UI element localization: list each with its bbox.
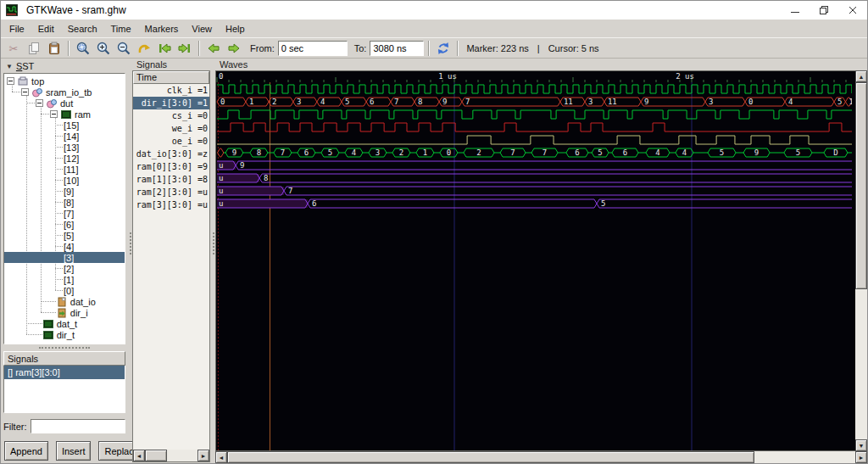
tree-item-9[interactable]: [9] bbox=[4, 186, 125, 197]
menu-view[interactable]: View bbox=[185, 21, 219, 36]
minimize-button[interactable] bbox=[781, 1, 810, 20]
signal-row-ram230[interactable]: ram[2][3:0] =u bbox=[133, 186, 209, 198]
tree-item-label: [14] bbox=[64, 131, 79, 142]
wave-value-label: 8 bbox=[257, 148, 261, 157]
reload-icon[interactable] bbox=[434, 39, 453, 58]
tree-item-dir_i[interactable]: dir_i bbox=[4, 307, 125, 318]
tree-item-15[interactable]: [15] bbox=[4, 120, 125, 131]
append-button[interactable]: Append bbox=[4, 441, 48, 461]
from-field[interactable] bbox=[278, 41, 348, 56]
menu-time[interactable]: Time bbox=[104, 21, 138, 36]
signal-row-cs_i[interactable]: cs_i =0 bbox=[133, 109, 209, 122]
fetch-left-icon[interactable] bbox=[204, 39, 223, 58]
tree-item-14[interactable]: [14] bbox=[4, 131, 125, 142]
tree-item-label: sram_io_tb bbox=[46, 87, 92, 98]
fetch-right-icon[interactable] bbox=[225, 39, 243, 58]
tree-item-6[interactable]: [6] bbox=[4, 219, 125, 230]
signal-row-dat_io30[interactable]: dat_io[3:0] =z bbox=[133, 148, 209, 160]
tree-item-4[interactable]: [4] bbox=[4, 241, 125, 252]
menu-markers[interactable]: Markers bbox=[138, 21, 186, 36]
waves-vscrollbar[interactable]: ▲ ▼ bbox=[855, 70, 867, 451]
tree-item-7[interactable]: [7] bbox=[4, 208, 125, 219]
waves-hscrollbar[interactable]: ◄ ► bbox=[215, 451, 867, 463]
tree-item-top[interactable]: top bbox=[4, 75, 125, 87]
tree-expander-icon[interactable] bbox=[7, 77, 14, 85]
signal-row-ram130[interactable]: ram[1][3:0] =8 bbox=[133, 173, 209, 186]
wave-value-label: 3 bbox=[376, 148, 380, 157]
tree-item-13[interactable]: [13] bbox=[4, 142, 125, 153]
tree-item-sram_io_tb[interactable]: sram_io_tb bbox=[4, 87, 125, 98]
tree-item-3[interactable]: [3] bbox=[4, 252, 125, 263]
tree-item-dat_t[interactable]: dat_t bbox=[4, 318, 125, 329]
tree-expander-icon[interactable] bbox=[36, 99, 43, 107]
menu-file[interactable]: File bbox=[3, 21, 31, 36]
signal-row-ram330[interactable]: ram[3][3:0] =u bbox=[133, 198, 209, 211]
wave-value-label: 0 bbox=[447, 148, 451, 157]
tree-item-label: [3] bbox=[64, 253, 74, 263]
sst-expander[interactable]: ▼ SST bbox=[3, 59, 125, 73]
signals-hscrollbar[interactable]: ◄ ► bbox=[133, 450, 209, 461]
tree-item-dir_t[interactable]: dir_t bbox=[4, 329, 125, 340]
waves-frame-label: Waves bbox=[215, 59, 867, 70]
wave-value-label: 5 bbox=[345, 98, 349, 106]
insert-button[interactable]: Insert bbox=[56, 441, 92, 461]
signal-row-dir_i30[interactable]: dir_i[3:0] =1 bbox=[133, 97, 209, 109]
shift-right-icon[interactable] bbox=[175, 39, 194, 58]
tree-item-1[interactable]: [1] bbox=[4, 274, 125, 285]
pane-resize-grip[interactable] bbox=[128, 59, 132, 463]
menu-help[interactable]: Help bbox=[219, 21, 252, 36]
signal-row-ram030[interactable]: ram[0][3:0] =9 bbox=[133, 160, 209, 173]
zoom-undo-icon[interactable] bbox=[135, 39, 153, 58]
tree-item-5[interactable]: [5] bbox=[4, 230, 125, 241]
wave-value-label: 5 bbox=[328, 148, 332, 157]
signal-row-oe_i[interactable]: oe_i =0 bbox=[133, 135, 209, 148]
close-button[interactable] bbox=[838, 1, 867, 20]
scroll-left-icon[interactable]: ◄ bbox=[215, 451, 227, 463]
scroll-right-icon[interactable]: ► bbox=[198, 450, 209, 461]
tree-item-ram[interactable]: ram bbox=[4, 109, 125, 120]
gtkwave-window: GTKWave - sram.ghw FileEditSearchTimeMar… bbox=[0, 0, 868, 464]
tree-item-11[interactable]: [11] bbox=[4, 164, 125, 175]
sst-signal-item[interactable]: [] ram[3][3:0] bbox=[4, 366, 125, 379]
filter-input[interactable] bbox=[31, 419, 126, 433]
tree-item-dat_io[interactable]: dat_io bbox=[4, 296, 125, 307]
scroll-up-icon[interactable]: ▲ bbox=[855, 70, 867, 82]
paste-icon[interactable] bbox=[45, 39, 64, 58]
sst-signals-list: [] ram[3][3:0] bbox=[3, 366, 125, 413]
scroll-left-icon[interactable]: ◄ bbox=[133, 450, 145, 461]
to-field[interactable] bbox=[370, 41, 424, 56]
zoom-fit-icon[interactable] bbox=[74, 39, 92, 58]
wave-value-label: 7 bbox=[288, 187, 292, 195]
tree-item-0[interactable]: [0] bbox=[4, 285, 125, 296]
wave-value-label: 3 bbox=[297, 98, 301, 106]
tree-item-12[interactable]: [12] bbox=[4, 153, 125, 164]
time-header[interactable]: Time bbox=[133, 71, 209, 84]
menu-edit[interactable]: Edit bbox=[31, 21, 61, 36]
tree-item-2[interactable]: [2] bbox=[4, 263, 125, 274]
zoom-in-icon[interactable] bbox=[94, 39, 113, 58]
restore-button[interactable] bbox=[810, 1, 838, 20]
waveform-canvas[interactable]: 1 us2 us00123456789711311930451987654321… bbox=[215, 70, 855, 451]
tree-item-label: [5] bbox=[64, 231, 74, 241]
undefined-region bbox=[217, 187, 284, 195]
copy-icon[interactable] bbox=[25, 39, 43, 58]
tree-item-dut[interactable]: dut bbox=[4, 98, 125, 109]
wave-value-label: 5 bbox=[601, 199, 605, 208]
pane-resize-grip[interactable] bbox=[3, 344, 125, 351]
tree-expander-icon[interactable] bbox=[50, 110, 58, 118]
tree-expander-icon[interactable] bbox=[21, 88, 29, 96]
pane-resize-grip[interactable] bbox=[211, 59, 215, 463]
zoom-out-icon[interactable] bbox=[114, 39, 133, 58]
cut-icon[interactable]: ✂ bbox=[4, 39, 23, 58]
shift-left-icon[interactable] bbox=[155, 39, 174, 58]
tree-item-8[interactable]: [8] bbox=[4, 197, 125, 208]
scroll-down-icon[interactable]: ▼ bbox=[855, 439, 867, 451]
menu-search[interactable]: Search bbox=[61, 21, 104, 36]
signal-row-we_i[interactable]: we_i =0 bbox=[133, 122, 209, 135]
wave-value-label: 1 bbox=[423, 148, 427, 157]
scroll-right-icon[interactable]: ► bbox=[855, 451, 867, 463]
tree-item-label: [10] bbox=[64, 176, 79, 186]
tree-item-10[interactable]: [10] bbox=[4, 175, 125, 186]
tree-item-label: [12] bbox=[64, 154, 79, 164]
signal-row-clk_i[interactable]: clk_i =1 bbox=[133, 84, 209, 97]
